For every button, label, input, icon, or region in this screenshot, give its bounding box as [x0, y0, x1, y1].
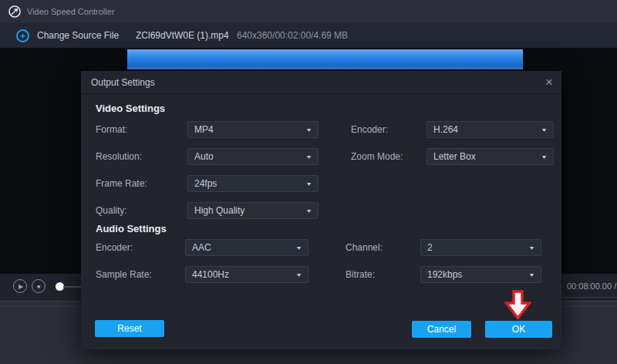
playback-time: 00:08:00.00 / — [567, 281, 616, 291]
chevron-down-icon: ▼ — [541, 127, 548, 133]
stop-button[interactable]: ■ — [32, 279, 46, 293]
sample-rate-label: Sample Rate: — [96, 266, 152, 283]
resolution-label: Resolution: — [96, 148, 142, 165]
chevron-down-icon: ▼ — [305, 181, 312, 187]
frame-rate-value: 24fps — [194, 178, 217, 189]
quality-select[interactable]: High Quality ▼ — [187, 202, 319, 219]
chevron-down-icon: ▼ — [305, 127, 312, 133]
resolution-select[interactable]: Auto ▼ — [187, 148, 319, 165]
encoder-value: H.264 — [433, 124, 458, 135]
title-bar: Video Speed Controller — [0, 0, 617, 23]
bitrate-label: Bitrate: — [346, 266, 375, 283]
ok-button[interactable]: OK — [485, 321, 552, 338]
chevron-down-icon: ▼ — [295, 245, 302, 251]
red-arrow-annotation — [504, 290, 531, 321]
sample-rate-select[interactable]: 44100Hz ▼ — [185, 266, 308, 283]
play-icon: ▶ — [19, 283, 23, 290]
source-filename: ZCl69dVtW0E (1).mp4 — [136, 23, 229, 48]
chevron-down-icon: ▼ — [528, 245, 535, 251]
output-settings-dialog: Output Settings × Video Settings Format:… — [81, 71, 561, 349]
zoom-mode-value: Letter Box — [433, 151, 476, 162]
encoder-select[interactable]: H.264 ▼ — [427, 121, 554, 138]
format-label: Format: — [96, 121, 127, 138]
close-icon[interactable]: × — [545, 73, 553, 92]
audio-encoder-select[interactable]: AAC ▼ — [185, 239, 308, 256]
frame-rate-select[interactable]: 24fps ▼ — [187, 175, 319, 192]
speed-progress-bar[interactable] — [127, 49, 523, 69]
quality-label: Quality: — [96, 202, 127, 219]
stop-icon: ■ — [37, 284, 40, 289]
chevron-down-icon: ▼ — [305, 208, 312, 214]
app-title: Video Speed Controller — [27, 7, 115, 16]
format-value: MP4 — [194, 124, 214, 135]
bitrate-select[interactable]: 192kbps ▼ — [420, 266, 541, 283]
dialog-header: Output Settings × — [81, 71, 561, 94]
reset-button[interactable]: Reset — [95, 320, 164, 337]
frame-rate-label: Frame Rate: — [96, 175, 147, 192]
chevron-down-icon: ▼ — [541, 154, 548, 160]
play-button[interactable]: ▶ — [13, 279, 27, 293]
app-logo-icon — [8, 5, 22, 19]
quality-value: High Quality — [194, 205, 244, 216]
sample-rate-value: 44100Hz — [192, 269, 229, 280]
format-select[interactable]: MP4 ▼ — [187, 121, 319, 138]
zoom-mode-select[interactable]: Letter Box ▼ — [427, 148, 554, 165]
chevron-down-icon: ▼ — [305, 154, 312, 160]
channel-value: 2 — [427, 242, 433, 253]
chevron-down-icon: ▼ — [528, 272, 535, 278]
audio-encoder-value: AAC — [192, 242, 211, 253]
resolution-value: Auto — [194, 151, 214, 162]
encoder-label: Encoder: — [351, 121, 388, 138]
audio-encoder-label: Encoder: — [96, 239, 133, 256]
app-window: Video Speed Controller + Change Source F… — [0, 0, 617, 364]
source-file-info: 640x360/00:02:00/4.69 MB — [237, 23, 348, 48]
video-settings-header: Video Settings — [96, 103, 165, 114]
bitrate-value: 192kbps — [427, 269, 462, 280]
channel-select[interactable]: 2 ▼ — [420, 239, 541, 256]
channel-label: Channel: — [346, 239, 383, 256]
dialog-title: Output Settings — [91, 71, 155, 94]
source-toolbar: + Change Source File ZCl69dVtW0E (1).mp4… — [0, 23, 617, 48]
chevron-down-icon: ▼ — [295, 272, 302, 278]
timeline-track — [561, 297, 617, 298]
cancel-button[interactable]: Cancel — [412, 321, 471, 338]
add-source-icon[interactable]: + — [16, 29, 29, 42]
audio-settings-header: Audio Settings — [96, 223, 167, 234]
change-source-button[interactable]: Change Source File — [37, 23, 119, 48]
zoom-mode-label: Zoom Mode: — [351, 148, 403, 165]
